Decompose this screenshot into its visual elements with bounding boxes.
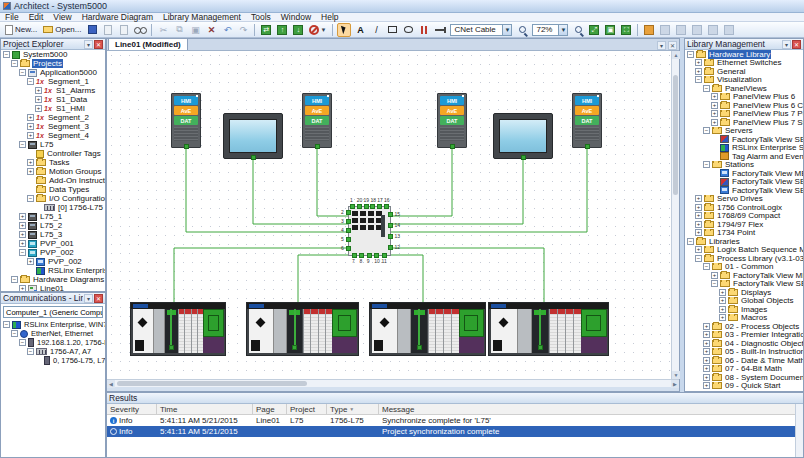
zoom-window-button[interactable]: ▣ (603, 23, 617, 37)
hardware-alarm-button[interactable] (642, 23, 656, 37)
tree-item[interactable]: +Segment_4 (1, 131, 105, 140)
import-button[interactable] (117, 23, 131, 37)
tree-item[interactable]: +PanelView Plus 6 Compact (685, 101, 803, 110)
find-button[interactable] (133, 23, 147, 37)
scroll-right-icon[interactable]: ▶ (671, 380, 679, 388)
close-icon[interactable]: ✕ (94, 294, 103, 303)
tree-item[interactable]: Data Types (1, 185, 105, 194)
port-connector[interactable] (346, 237, 351, 242)
tree-item[interactable]: Add-On Instructions (1, 176, 105, 185)
zoom-fit-button[interactable]: ⤢ (587, 23, 601, 37)
copy-button[interactable]: ⧉ (172, 23, 186, 37)
tree-item[interactable]: −Stations (685, 161, 803, 170)
tree-item[interactable]: +04 - Diagnostic Objects (685, 339, 803, 348)
expander-icon[interactable]: + (695, 229, 702, 236)
expander-icon[interactable]: + (711, 272, 718, 279)
tab-line01[interactable]: Line01 (Modified) (108, 38, 188, 50)
tree-item[interactable]: RSLinx Enterprise Server (685, 144, 803, 153)
ellipse-tool-button[interactable] (401, 23, 415, 37)
ethernet-wire[interactable] (391, 159, 523, 224)
tree-item[interactable]: +PanelView Plus 7 Performance (685, 110, 803, 119)
expander-icon[interactable]: + (695, 59, 702, 66)
expander-icon[interactable]: − (19, 339, 26, 346)
connection-point[interactable] (450, 144, 455, 149)
results-row[interactable]: Info5:41:11 AM 5/21/2015Project synchron… (107, 426, 803, 437)
controller-rack-node-1[interactable] (130, 302, 226, 356)
tree-item[interactable]: −PVP_002 (1, 248, 105, 257)
expander-icon[interactable]: + (719, 306, 726, 313)
server-node-1[interactable]: HMIAvEDAT (171, 93, 201, 148)
scroll-down-icon[interactable]: ▼ (672, 371, 680, 379)
hmi-panel-node-1[interactable] (223, 113, 283, 159)
tree-item[interactable]: +S1_Data (1, 95, 105, 104)
menu-item-hardware-diagram[interactable]: Hardware Diagram (77, 13, 158, 22)
tree-item[interactable]: [0] 1756-L75 L75 (1, 203, 105, 212)
download-button[interactable]: ↓ (291, 23, 305, 37)
tree-item[interactable]: FactoryTalk View SE Server (685, 135, 803, 144)
tree-item[interactable]: +PVP_002 (1, 257, 105, 266)
tree-item[interactable]: FactoryTalk View SE Station (685, 178, 803, 187)
port-connector[interactable] (346, 210, 351, 215)
redo-button[interactable]: ↷ (236, 23, 250, 37)
port-connector[interactable] (388, 212, 393, 217)
tree-item[interactable]: +02 - Process Objects (685, 322, 803, 331)
compare-project-button[interactable] (706, 23, 720, 37)
tree-item[interactable]: FactoryTalk View SE Station (685, 186, 803, 195)
tree-item[interactable]: −1756-A7, A7 (1, 347, 105, 356)
tree-item[interactable]: +PanelView Plus 7 Standard (685, 118, 803, 127)
panel-menu-icon[interactable]: ▾ (84, 294, 93, 303)
expander-icon[interactable]: − (11, 276, 18, 283)
tree-item[interactable]: +05 - Built-In Instructions (685, 348, 803, 357)
upload-project-button[interactable] (674, 23, 688, 37)
tree-item[interactable]: −EtherNet, Ethernet (1, 329, 105, 338)
tree-item[interactable]: +07 - 64-Bit Math (685, 365, 803, 374)
controller-rack-node-4[interactable] (488, 302, 609, 356)
expander-icon[interactable]: + (711, 110, 718, 117)
expander-icon[interactable]: + (19, 231, 26, 238)
connection-point[interactable] (538, 345, 543, 350)
panel-menu-icon[interactable]: ▾ (782, 40, 791, 49)
expander-icon[interactable]: − (703, 161, 710, 168)
expander-icon[interactable]: + (719, 289, 726, 296)
port-connector[interactable] (346, 219, 351, 224)
port-connector[interactable] (384, 204, 389, 209)
close-icon[interactable]: ✕ (792, 40, 801, 49)
expander-icon[interactable]: + (703, 374, 710, 381)
tree-item[interactable]: +1768/69 Compact (685, 212, 803, 221)
server-node-2[interactable]: HMIAvEDAT (302, 93, 332, 148)
line-tool-button[interactable]: / (369, 23, 383, 37)
cable-type-combo[interactable]: CNet Cable▼ (450, 24, 512, 36)
port-connector[interactable] (346, 246, 351, 251)
tree-item[interactable]: +1756 ControlLogix (685, 203, 803, 212)
undo-button[interactable]: ↶ (220, 23, 234, 37)
canvas-horizontal-scrollbar[interactable]: ◀ ▶ (107, 379, 679, 387)
expander-icon[interactable]: + (703, 323, 710, 330)
tree-item[interactable]: RSLinx Enterprise (1, 266, 105, 275)
menu-item-edit[interactable]: Edit (24, 13, 49, 22)
zoom-in-button[interactable] (571, 23, 585, 37)
expander-icon[interactable]: − (3, 321, 10, 328)
tree-item[interactable]: −Application5000 (1, 68, 105, 77)
expander-icon[interactable]: + (703, 365, 710, 372)
results-column-severity[interactable]: Severity (107, 404, 157, 414)
port-connector[interactable] (377, 204, 382, 209)
tree-item[interactable]: Tag Alarm and Event Server (685, 152, 803, 161)
expander-icon[interactable]: + (695, 212, 702, 219)
tree-item[interactable]: +Tasks (1, 158, 105, 167)
port-connector[interactable] (350, 204, 355, 209)
disconnect-button[interactable]: ▼ (307, 23, 328, 37)
chevron-down-icon[interactable]: ▼ (558, 25, 567, 35)
tree-item[interactable]: +L75_1 (1, 212, 105, 221)
tree-item[interactable]: +PanelView Plus 6 (685, 93, 803, 102)
port-connector[interactable] (357, 204, 362, 209)
connection-point[interactable] (169, 345, 174, 350)
tab-list-icon[interactable]: ▾ (657, 41, 666, 50)
expander-icon[interactable]: − (11, 60, 18, 67)
expander-icon[interactable]: + (695, 195, 702, 202)
hmi-panel-node-2[interactable] (493, 113, 553, 159)
tree-item[interactable]: +09 - Quick Start (685, 382, 803, 391)
expander-icon[interactable]: + (27, 258, 34, 265)
menu-item-library-management[interactable]: Library Management (158, 13, 246, 22)
port-connector[interactable] (370, 204, 375, 209)
menu-item-window[interactable]: Window (276, 13, 316, 22)
